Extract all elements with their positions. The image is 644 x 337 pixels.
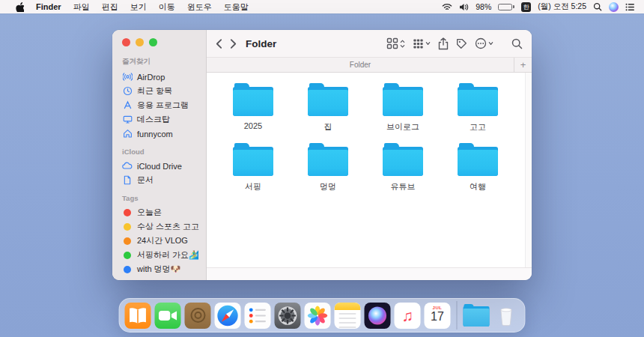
folder-icon [233, 143, 273, 176]
dock-notes-icon[interactable] [335, 303, 361, 329]
menu-help[interactable]: 도움말 [218, 0, 255, 13]
close-button[interactable] [122, 38, 130, 46]
folder-icon [383, 83, 423, 116]
volume-icon[interactable] [459, 3, 469, 11]
tab-bar: Folder + [207, 57, 532, 73]
sidebar-item-airdrop[interactable]: AirDrop [122, 70, 206, 84]
folder-icon [458, 143, 498, 176]
dock-facetime-icon[interactable] [155, 303, 181, 329]
sidebar-tag-watersports[interactable]: 수상 스포츠 고고 [122, 219, 206, 234]
calendar-month: JUL [433, 306, 443, 310]
menu-finder[interactable]: Finder [30, 0, 67, 13]
dock-reminders-icon[interactable] [245, 303, 271, 329]
dock-folder-icon[interactable] [464, 304, 490, 327]
new-tab-button[interactable]: + [514, 58, 532, 72]
search-button[interactable] [511, 38, 523, 49]
share-button[interactable] [438, 37, 449, 50]
dock: ♫ JUL 17 [119, 298, 526, 333]
zoom-button[interactable] [149, 38, 157, 46]
dock-brown-app-icon[interactable] [185, 303, 211, 329]
dock-safari-icon[interactable] [215, 303, 241, 329]
music-note-glyph: ♫ [401, 308, 413, 324]
sidebar-item-desktop[interactable]: 데스크탑 [122, 112, 206, 127]
tag-label: with 멍멍🐶 [137, 264, 180, 275]
menu-edit[interactable]: 편집 [96, 0, 124, 13]
sidebar-item-documents[interactable]: 문서 [122, 173, 206, 187]
folder-item-gogo[interactable]: 고고 [440, 83, 515, 133]
tag-dot-orange [124, 237, 131, 245]
folder-item-youtube[interactable]: 유튜브 [365, 143, 440, 192]
sidebar-item-label: funnycom [137, 130, 173, 139]
sidebar-tag-today[interactable]: 오늘은 [122, 205, 206, 219]
group-by-button[interactable] [413, 38, 431, 49]
dock-music-icon[interactable]: ♫ [395, 303, 421, 329]
dock-trash-icon[interactable] [493, 303, 520, 329]
dock-calendar-icon[interactable]: JUL 17 [425, 303, 451, 329]
folder-name: 유튜브 [391, 181, 416, 192]
dock-photos-icon[interactable] [305, 303, 331, 329]
folder-item-vlog[interactable]: 브이로그 [365, 83, 440, 133]
applications-icon [122, 100, 133, 110]
sidebar-item-icloud-drive[interactable]: iCloud Drive [122, 159, 206, 173]
tag-dot-blue [124, 266, 131, 273]
sidebar-item-label: iCloud Drive [137, 162, 182, 171]
apple-menu-icon[interactable] [9, 1, 30, 12]
folder-icon [308, 83, 348, 116]
menu-view[interactable]: 보기 [124, 0, 153, 13]
sidebar-tag-surfing[interactable]: 서핑하러 가요🏄‍♂️ [122, 248, 206, 262]
tag-label: 서핑하러 가요🏄‍♂️ [137, 249, 199, 261]
folder-item-home[interactable]: 집 [291, 83, 365, 133]
tag-label: 24시간 VLOG [137, 235, 188, 246]
status-bar [207, 267, 532, 280]
battery-icon [498, 4, 514, 10]
toolbar: Folder [207, 30, 532, 57]
tags-button[interactable] [456, 38, 467, 49]
scrollbar[interactable] [525, 73, 532, 267]
tag-dot-red [124, 209, 131, 216]
folder-item-travel[interactable]: 여행 [440, 143, 515, 192]
spotlight-icon[interactable] [593, 2, 602, 11]
folder-name: 멍멍 [320, 181, 336, 192]
menu-go[interactable]: 이동 [153, 0, 181, 13]
tab-folder[interactable]: Folder [207, 61, 514, 69]
finder-window: 즐겨찾기 AirDrop 최근 항목 [112, 30, 532, 280]
sidebar-tag-dog[interactable]: with 멍멍🐶 [122, 262, 206, 276]
sidebar-item-recents[interactable]: 최근 항목 [122, 84, 206, 98]
wifi-icon[interactable] [442, 3, 452, 11]
menu-clock[interactable]: (월) 오전 5:25 [538, 1, 586, 12]
forward-button[interactable] [230, 38, 237, 49]
tag-dot-yellow [124, 223, 131, 231]
dock-books-icon[interactable] [125, 303, 151, 329]
more-actions-button[interactable] [475, 37, 493, 49]
back-button[interactable] [216, 38, 222, 49]
folder-item-surfing[interactable]: 서핑 [216, 143, 291, 192]
menu-window[interactable]: 윈도우 [181, 0, 218, 13]
tags-header: Tags [122, 194, 206, 202]
folder-icon [233, 83, 273, 116]
menu-bar: Finder 파일 편집 보기 이동 윈도우 도움말 98% 한 (월) 오전 … [0, 0, 644, 13]
desktop-icon [122, 115, 133, 124]
airdrop-icon [122, 72, 133, 82]
sidebar-item-label: 문서 [137, 174, 154, 186]
calendar-day: 17 [431, 311, 444, 323]
sidebar-item-applications[interactable]: 응용 프로그램 [122, 98, 206, 112]
folder-item-dog[interactable]: 멍멍 [291, 143, 365, 192]
input-source-icon[interactable]: 한 [521, 2, 531, 12]
folder-view: 2025 집 브이로그 고고 서핑 [207, 73, 532, 267]
folder-item-2025[interactable]: 2025 [216, 83, 291, 133]
sidebar-tag-vlog[interactable]: 24시간 VLOG [122, 234, 206, 248]
view-mode-button[interactable] [386, 37, 405, 49]
sidebar-item-home[interactable]: funnycom [122, 127, 206, 141]
dock-settings-icon[interactable] [275, 303, 301, 329]
icloud-header: iCloud [122, 148, 206, 156]
minimize-button[interactable] [136, 38, 144, 46]
home-icon [122, 129, 133, 139]
folder-name: 고고 [470, 121, 486, 133]
favorites-header: 즐겨찾기 [122, 57, 206, 67]
dock-siri-icon[interactable] [365, 303, 391, 329]
control-center-list-icon[interactable] [625, 3, 635, 11]
sidebar-item-label: AirDrop [137, 73, 165, 82]
menu-file[interactable]: 파일 [67, 0, 96, 13]
siri-menu-icon[interactable] [609, 2, 619, 12]
folder-name: 서핑 [245, 181, 261, 192]
